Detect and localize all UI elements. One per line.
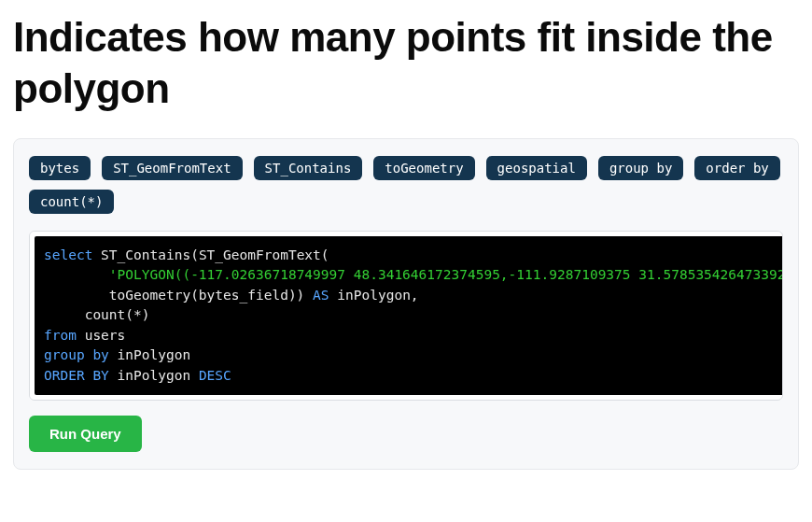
sql-code-block: select ST_Contains(ST_GeomFromText( 'POL… [35, 236, 783, 395]
tag[interactable]: ST_GeomFromText [102, 156, 242, 180]
tag[interactable]: ST_Contains [254, 156, 363, 180]
tag[interactable]: count(*) [29, 190, 114, 214]
tag[interactable]: order by [694, 156, 779, 180]
query-panel: bytes ST_GeomFromText ST_Contains toGeom… [13, 138, 799, 470]
tag[interactable]: toGeometry [373, 156, 474, 180]
run-query-button[interactable]: Run Query [29, 416, 142, 452]
tag-list: bytes ST_GeomFromText ST_Contains toGeom… [29, 156, 783, 214]
page-title: Indicates how many points fit inside the… [13, 11, 799, 114]
tag[interactable]: group by [598, 156, 683, 180]
tag[interactable]: geospatial [486, 156, 587, 180]
code-scroll-container[interactable]: select ST_Contains(ST_GeomFromText( 'POL… [29, 231, 783, 401]
tag[interactable]: bytes [29, 156, 91, 180]
